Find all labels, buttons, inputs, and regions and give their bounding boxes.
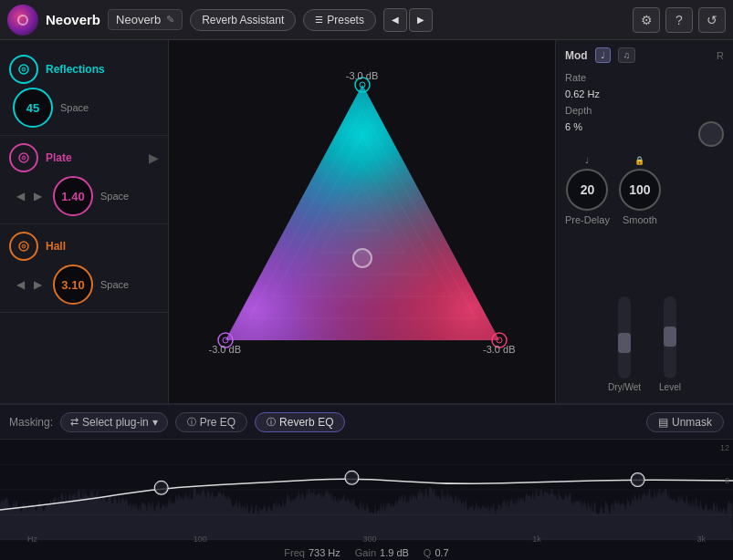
reverb-eq-info-icon: ⓘ: [267, 416, 276, 429]
bottom-left-label: -3.0 dB: [209, 344, 241, 355]
eq-chart: Hz 100 300 1k 3k Freq 733 Hz Gain 1.9 dB…: [0, 440, 733, 560]
depth-label: Depth: [565, 105, 592, 116]
hall-label: Hall: [46, 240, 66, 253]
dropdown-chevron-icon: ▾: [152, 416, 158, 429]
q-info-label: Q: [424, 547, 432, 558]
pre-eq-info-icon: ⓘ: [187, 416, 196, 429]
q-info-value: 0.7: [435, 547, 448, 558]
sliders-section: Dry/Wet Level: [565, 234, 724, 396]
rate-value-row: 0.62 Hz: [565, 88, 724, 99]
svg-point-2: [23, 68, 25, 70]
freq-label-hz: Hz: [27, 534, 37, 544]
reverb-assistant-button[interactable]: Reverb Assistant: [190, 9, 296, 31]
app-logo: [7, 5, 38, 36]
eq-tabs-row: Masking: ⇄ Select plug-in ▾ ⓘ Pre EQ ⓘ R…: [0, 405, 733, 440]
preset-name-display[interactable]: Neoverb ✎: [108, 9, 183, 30]
header: Neoverb Neoverb ✎ Reverb Assistant ☰ Pre…: [0, 0, 733, 40]
svg-rect-13: [207, 76, 518, 368]
r-indicator: R: [717, 50, 724, 61]
depth-value-row: 6 %: [565, 121, 724, 147]
drywet-slider-track[interactable]: [618, 296, 631, 379]
settings-button[interactable]: ⚙: [633, 7, 660, 33]
reflections-space-label: Space: [60, 102, 89, 113]
depth-toggle[interactable]: [698, 121, 724, 147]
svg-point-5: [23, 157, 25, 159]
reflections-knob[interactable]: 45: [13, 88, 53, 128]
depth-value: 6 %: [565, 121, 582, 147]
level-slider-track[interactable]: [664, 296, 676, 379]
left-panel: Reflections 45 Space: [0, 40, 169, 403]
freq-label-100: 100: [194, 534, 207, 544]
hall-next-button[interactable]: ▶: [30, 276, 46, 293]
drywet-thumb[interactable]: [618, 333, 631, 353]
plate-next-button[interactable]: ▶: [30, 188, 46, 204]
q-info: Q 0.7: [424, 547, 449, 558]
bottom-right-label: -3.0 dB: [483, 344, 515, 355]
pre-delay-label: Pre-Delay: [565, 214, 610, 225]
level-label: Level: [659, 382, 681, 392]
gain-info: Gain 1.9 dB: [355, 547, 409, 558]
edit-preset-icon: ✎: [166, 14, 174, 26]
next-preset-button[interactable]: ▶: [409, 8, 433, 32]
mod-waveform1-button[interactable]: ♩: [595, 47, 611, 63]
reverb-eq-tab[interactable]: ⓘ Reverb EQ: [255, 412, 345, 432]
freq-label-3k: 3k: [696, 534, 706, 544]
pre-delay-knob[interactable]: 20: [566, 169, 608, 211]
hall-icon: [9, 232, 38, 261]
mod-waveform2-button[interactable]: ♫: [618, 47, 636, 63]
depth-row: Depth: [565, 105, 724, 116]
reflections-icon: [9, 55, 38, 84]
center-panel: -3.0 dB -3.0 dB -3.0 dB: [169, 40, 555, 403]
smooth-knob[interactable]: 100: [619, 169, 661, 211]
nav-arrows: ◀ ▶: [383, 8, 433, 32]
top-label: -3.0 dB: [346, 70, 378, 81]
masking-label: Masking:: [9, 416, 53, 429]
plate-prev-button[interactable]: ◀: [13, 188, 28, 204]
reflections-module: Reflections 45 Space: [0, 47, 168, 136]
reflections-label: Reflections: [46, 63, 105, 76]
gain-info-value: 1.9 dB: [380, 547, 409, 558]
freq-info-label: Freq: [284, 547, 305, 558]
pre-eq-tab[interactable]: ⓘ Pre EQ: [175, 412, 247, 432]
plate-knob[interactable]: 1.40: [53, 176, 93, 216]
plate-icon: [9, 143, 38, 172]
presets-button[interactable]: ☰ Presets: [303, 9, 376, 31]
undo-button[interactable]: ↺: [698, 7, 726, 33]
smooth-label: Smooth: [623, 214, 657, 225]
main-content: Reflections 45 Space: [0, 40, 733, 403]
app-name: Neoverb: [46, 12, 100, 27]
help-button[interactable]: ?: [665, 7, 693, 33]
plate-label: Plate: [46, 151, 72, 164]
unmask-button[interactable]: ▤ Unmask: [646, 412, 724, 432]
prev-preset-button[interactable]: ◀: [383, 8, 407, 32]
knobs-row: ♩ 20 Pre-Delay 🔒 100 Smooth: [565, 152, 724, 229]
drywet-slider-col: Dry/Wet: [608, 296, 641, 392]
level-slider-col: Level: [659, 296, 681, 392]
reverb-triangle-svg: [207, 76, 518, 368]
hall-prev-button[interactable]: ◀: [13, 276, 28, 293]
mod-label: Mod: [565, 49, 588, 62]
right-panel: Mod ♩ ♫ R Rate 0.62 Hz Depth 6 % ♩ 20: [555, 40, 733, 403]
svg-point-26: [353, 249, 372, 267]
plate-module: Plate ▶ ◀ ▶ 1.40 Space: [0, 136, 168, 224]
rate-value: 0.62 Hz: [565, 88, 600, 99]
bottom-panel: Masking: ⇄ Select plug-in ▾ ⓘ Pre EQ ⓘ R…: [0, 403, 733, 560]
eq-info-bar: Freq 733 Hz Gain 1.9 dB Q 0.7: [0, 547, 733, 558]
hall-module: Hall ◀ ▶ 3.10 Space: [0, 224, 168, 313]
level-thumb[interactable]: [664, 327, 676, 347]
freq-label-1k: 1k: [532, 534, 541, 544]
plate-play-icon[interactable]: ▶: [149, 150, 159, 165]
freq-info: Freq 733 Hz: [284, 547, 340, 558]
rate-row: Rate: [565, 72, 724, 83]
gain-info-label: Gain: [355, 547, 376, 558]
header-icons: ⚙ ? ↺: [633, 7, 726, 33]
hall-space-label: Space: [100, 279, 129, 290]
freq-info-value: 733 Hz: [309, 547, 340, 558]
svg-point-8: [23, 245, 25, 247]
plate-space-label: Space: [100, 191, 129, 202]
select-plugin-dropdown[interactable]: ⇄ Select plug-in ▾: [60, 412, 168, 432]
hall-knob[interactable]: 3.10: [53, 264, 93, 305]
rate-label: Rate: [565, 72, 586, 83]
presets-menu-icon: ☰: [315, 15, 323, 25]
drywet-label: Dry/Wet: [608, 382, 641, 392]
